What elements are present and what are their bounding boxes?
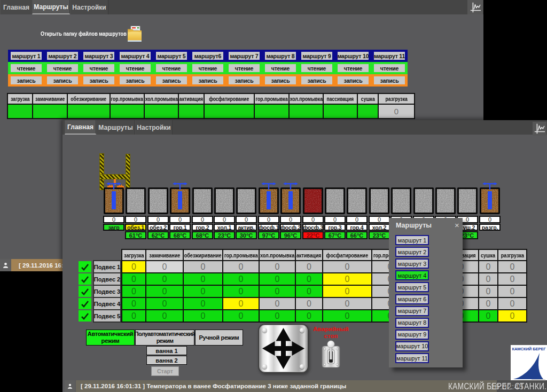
hanger-cell[interactable]: 0 [497,260,527,273]
hanger-cell[interactable]: 0 [222,297,260,310]
popup-route-2[interactable]: маршрут 2 [395,247,429,257]
hanger-cell[interactable]: 0 [145,272,184,286]
popup-route-11[interactable]: маршрут 11 [395,353,429,363]
hanger-cell[interactable]: 0 [478,272,498,286]
hanger-cell[interactable]: 0 [145,260,184,273]
hanger-cell[interactable]: 0 [497,285,527,298]
route-button-3[interactable]: маршрут 3 [83,52,114,60]
hanger-cell[interactable]: 0 [497,309,527,323]
hanger-cell[interactable]: 0 [259,260,296,273]
trend-chart-button[interactable] [533,122,546,136]
hanger-cell[interactable]: 0 [259,272,296,286]
hanger-check-3[interactable] [79,286,91,297]
write-button-11[interactable]: запись [374,76,405,84]
hanger-cell[interactable]: 0 [478,309,498,323]
read-button-8[interactable]: чтение [265,64,296,72]
popup-route-9[interactable]: маршрут 9 [395,330,429,340]
tab-routes[interactable]: Маршруты [96,120,135,135]
folder-button[interactable] [127,25,143,43]
hanger-cell[interactable]: 0 [259,285,296,298]
read-button-3[interactable]: чтение [83,64,114,72]
write-button-4[interactable]: запись [120,76,151,84]
route-button-10[interactable]: маршрут 10 [338,52,369,60]
hanger-cell[interactable]: 0 [183,309,223,323]
hanger-cell[interactable]: 0 [145,297,184,310]
read-button-11[interactable]: чтение [374,64,405,72]
read-button-9[interactable]: чтение [301,64,332,72]
read-button-1[interactable]: чтение [11,64,42,72]
hanger-cell[interactable]: 0 [259,297,296,310]
hanger-cell[interactable]: 0 [145,285,184,298]
popup-route-1[interactable]: маршрут 1 [395,235,429,245]
jog-pad[interactable] [258,324,309,373]
route-button-9[interactable]: маршрут 9 [301,52,332,60]
hanger-cell[interactable]: 0 [497,297,527,310]
hanger-cell[interactable]: 0 [183,297,223,310]
popup-route-5[interactable]: маршрут 5 [395,282,429,292]
hanger-check-1[interactable] [79,261,91,272]
write-button-3[interactable]: запись [83,76,114,84]
popup-route-7[interactable]: маршрут 7 [395,306,429,316]
hanger-cell[interactable]: 0 [183,260,223,273]
emergency-stop-switch[interactable] [322,340,340,368]
route-button-5[interactable]: маршрут 5 [156,52,187,60]
route-button-8[interactable]: маршрут 8 [265,52,296,60]
popup-route-4[interactable]: маршрут 4 [395,270,429,280]
hanger-cell[interactable]: 0 [295,297,323,310]
route-button-2[interactable]: маршрут 2 [47,52,78,60]
route-button-7[interactable]: маршрут 7 [229,52,260,60]
route-button-1[interactable]: маршрут 1 [11,52,42,60]
read-button-6[interactable]: чтение [192,64,223,72]
hanger-cell[interactable]: 0 [322,272,372,286]
hanger-cell[interactable]: 0 [478,260,498,273]
hanger-cell[interactable]: 0 [478,285,498,298]
hanger-cell[interactable]: 0 [322,260,372,273]
hanger-cell[interactable]: 0 [121,297,146,310]
mode-semiauto-button[interactable]: Полуавтоматитический режим [135,330,194,346]
hanger-cell[interactable]: 0 [145,309,184,323]
write-button-10[interactable]: запись [338,76,369,84]
read-button-2[interactable]: чтение [47,64,78,72]
bath1-button[interactable]: ванна 1 [146,346,187,355]
start-button[interactable]: Старт [151,366,179,376]
write-button-1[interactable]: запись [11,76,42,84]
route-button-6[interactable]: маршрут6 [192,52,223,60]
popup-route-6[interactable]: маршрут 6 [395,294,429,304]
hanger-cell[interactable]: 0 [322,297,372,310]
write-button-8[interactable]: запись [265,76,296,84]
hanger-cell[interactable]: 0 [322,285,372,298]
hanger-cell[interactable]: 0 [121,260,146,273]
hanger-cell[interactable]: 0 [222,309,260,323]
bath2-button[interactable]: ванна 2 [146,356,187,365]
hanger-cell[interactable]: 0 [183,285,223,298]
tab-routes[interactable]: Маршруты [32,0,70,14]
hanger-cell[interactable]: 0 [322,309,372,323]
read-button-4[interactable]: чтение [120,64,151,72]
popup-route-8[interactable]: маршрут 8 [395,318,429,328]
route-button-11[interactable]: маршрут 11 [374,52,405,60]
read-button-10[interactable]: чтение [338,64,369,72]
hanger-cell[interactable]: 0 [295,285,323,298]
trend-chart-button[interactable] [467,0,483,14]
hanger-cell[interactable]: 0 [295,309,323,323]
write-button-6[interactable]: запись [192,76,223,84]
hanger-cell[interactable]: 0 [478,297,498,310]
hanger-cell[interactable]: 0 [497,272,527,286]
write-button-5[interactable]: запись [156,76,187,84]
route-button-4[interactable]: маршрут 4 [120,52,151,60]
hanger-cell[interactable]: 0 [183,272,223,286]
hanger-cell[interactable]: 0 [295,260,323,273]
write-button-9[interactable]: запись [301,76,332,84]
hanger-cell[interactable]: 0 [121,309,146,323]
hanger-cell[interactable]: 0 [121,285,146,298]
read-button-7[interactable]: чтение [229,64,260,72]
hanger-check-5[interactable] [79,310,91,322]
write-button-7[interactable]: запись [229,76,260,84]
hanger-cell[interactable]: 0 [222,260,260,273]
hanger-cell[interactable]: 0 [259,309,296,323]
close-icon[interactable]: × [455,221,459,230]
tab-settings[interactable]: Настройки [70,0,108,14]
write-button-2[interactable]: запись [47,76,78,84]
hanger-cell[interactable]: 0 [222,272,260,286]
tab-main[interactable]: Главная [0,0,33,14]
